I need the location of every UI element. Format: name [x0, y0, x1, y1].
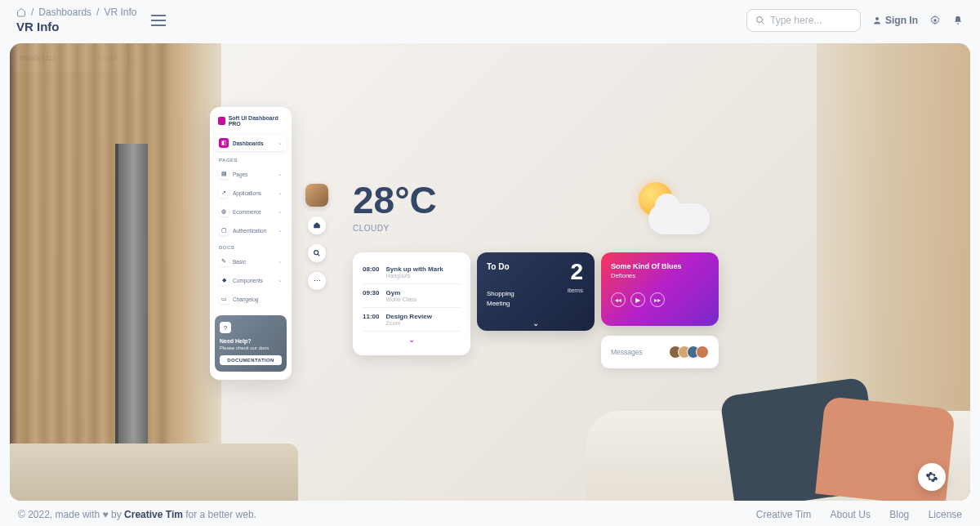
basket-icon: ◍ — [219, 207, 229, 216]
search-button[interactable] — [308, 244, 326, 262]
sidebar-item-dashboards[interactable]: ◧ Dashboards ⌄ — [215, 135, 287, 151]
sidebar-item-authentication[interactable]: ▢Authentication⌄ — [215, 222, 287, 238]
schedule-more[interactable]: ⌄ — [363, 335, 461, 344]
heart-icon: ♥ — [103, 509, 111, 520]
search-input[interactable] — [770, 15, 852, 26]
home-button[interactable] — [308, 216, 326, 234]
vr-scene: Soft UI Dashboard PRO ◧ Dashboards ⌄ PAG… — [10, 43, 970, 501]
section-docs: DOCS — [219, 245, 283, 250]
svg-point-3 — [757, 16, 763, 22]
more-button[interactable]: ⋯ — [308, 272, 326, 290]
page-title: VR Info — [16, 20, 136, 33]
section-pages: PAGES — [219, 158, 283, 163]
chevron-down-icon: ⌄ — [278, 140, 283, 146]
home-icon[interactable] — [16, 7, 26, 17]
music-player-card: Some Kind Of Blues Deftones ◂◂ ▶ ▸▸ — [601, 252, 719, 326]
search-icon — [755, 16, 765, 25]
bell-icon[interactable] — [952, 15, 964, 26]
todo-count: 2 — [570, 259, 583, 285]
components-icon: ◆ — [219, 275, 229, 285]
apps-icon: ↗ — [219, 188, 229, 198]
brand-icon — [218, 117, 225, 125]
hamburger-icon[interactable] — [151, 15, 166, 26]
credit-icon: ▭ — [219, 294, 229, 304]
svg-line-9 — [318, 254, 320, 256]
avatar-group — [673, 345, 709, 359]
schedule-row[interactable]: 08:00Synk up with MarkHangouts — [363, 261, 461, 284]
documentation-button[interactable]: DOCUMENTATION — [220, 355, 282, 365]
settings-fab[interactable] — [918, 463, 946, 491]
avatar[interactable] — [305, 184, 328, 207]
schedule-row[interactable]: 11:00Design ReviewZoom — [363, 308, 461, 332]
schedule-row[interactable]: 09:30GymWorld Class — [363, 284, 461, 308]
footer-link-creative[interactable]: Creative Tim — [756, 509, 811, 520]
svg-point-7 — [957, 23, 959, 25]
shop-icon: ◧ — [219, 138, 229, 148]
weather-widget: 28°C CLOUDY — [353, 178, 437, 233]
sidebar-panel: Soft UI Dashboard PRO ◧ Dashboards ⌄ PAG… — [210, 107, 292, 380]
spaceship-icon: ✎ — [219, 256, 229, 266]
brand[interactable]: Soft UI Dashboard PRO — [215, 115, 287, 127]
breadcrumb-parent[interactable]: Dashboards — [38, 7, 91, 18]
signin-button[interactable]: Sign In — [872, 15, 918, 26]
condition: CLOUDY — [353, 224, 437, 233]
footer-link-about[interactable]: About Us — [831, 509, 871, 520]
gear-icon[interactable] — [929, 15, 941, 26]
sidebar-item-basic[interactable]: ✎Basic⌄ — [215, 253, 287, 270]
breadcrumb-current: VR Info — [104, 7, 136, 18]
sidebar-item-changelog[interactable]: ▭Changelog — [215, 291, 287, 307]
schedule-card: 08:00Synk up with MarkHangouts 09:30GymW… — [353, 252, 470, 355]
prev-button[interactable]: ◂◂ — [611, 292, 626, 307]
avatar — [696, 345, 709, 359]
footer-brand[interactable]: Creative Tim — [124, 509, 183, 520]
svg-point-5 — [875, 17, 879, 20]
office-icon: ▤ — [219, 169, 229, 179]
messages-card[interactable]: Messages — [601, 336, 719, 368]
document-icon: ▢ — [219, 225, 229, 235]
svg-line-4 — [762, 21, 764, 24]
play-button[interactable]: ▶ — [630, 292, 645, 307]
question-icon: ? — [220, 322, 231, 333]
next-button[interactable]: ▸▸ — [650, 292, 665, 307]
sidebar-item-applications[interactable]: ↗Applications⌄ — [215, 185, 287, 201]
footer: © 2022, made with ♥ by Creative Tim for … — [0, 501, 980, 526]
help-card: ? Need Help? Please check our docs DOCUM… — [215, 315, 287, 372]
mini-nav: ⋯ — [305, 184, 328, 290]
chevron-down-icon[interactable]: ⌄ — [532, 319, 539, 328]
footer-link-blog[interactable]: Blog — [889, 509, 909, 520]
sidebar-item-components[interactable]: ◆Components⌄ — [215, 272, 287, 288]
svg-point-6 — [933, 19, 937, 22]
footer-link-license[interactable]: License — [929, 509, 962, 520]
search-box[interactable] — [746, 9, 861, 32]
sidebar-item-pages[interactable]: ▤Pages⌄ — [215, 166, 287, 182]
breadcrumb: / Dashboards / VR Info — [16, 7, 136, 18]
todo-card[interactable]: To Do 2 items Shopping Meeting ⌄ — [477, 252, 595, 331]
temperature: 28°C — [353, 178, 437, 222]
sidebar-item-ecommerce[interactable]: ◍Ecommerce⌄ — [215, 203, 287, 220]
